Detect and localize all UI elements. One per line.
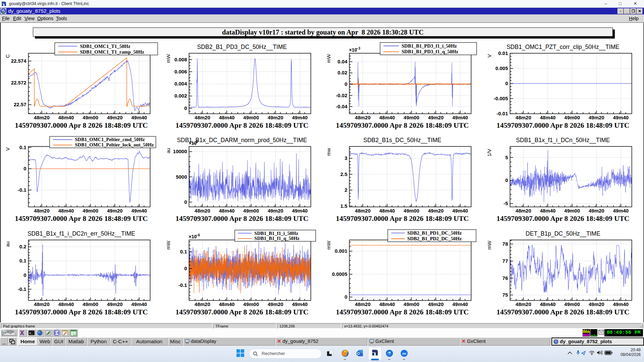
svg-text:48m40: 48m40 xyxy=(540,208,555,214)
svg-text:48m40: 48m40 xyxy=(58,114,74,120)
svg-text:49m40: 49m40 xyxy=(131,301,147,307)
svg-text:SDB1_B1_PD3_f1_q_50Hz: SDB1_B1_PD3_f1_q_50Hz xyxy=(401,49,458,54)
svg-text:0.002: 0.002 xyxy=(174,93,187,99)
svg-text:SDB1_B1x_f1_i_DCn_50Hz__TIME: SDB1_B1x_f1_i_DCn_50Hz__TIME xyxy=(516,137,610,144)
svg-text:49m40: 49m40 xyxy=(452,208,468,214)
svg-text:0.01: 0.01 xyxy=(498,50,508,56)
svg-text:SDB1_OMC1_Peltier_lock_out_50H: SDB1_OMC1_Peltier_lock_out_50Hz xyxy=(75,142,154,148)
svg-text:49m20: 49m20 xyxy=(107,114,123,120)
svg-text:48m20: 48m20 xyxy=(195,301,210,307)
svg-text:WM: WM xyxy=(6,329,13,334)
svg-text:48m40: 48m40 xyxy=(379,301,395,307)
svg-text:1459709307.0000 Apr 8 2026 18:: 1459709307.0000 Apr 8 2026 18:48:09 UTC xyxy=(15,215,148,223)
svg-text:−3: −3 xyxy=(357,47,361,50)
svg-text:48m40: 48m40 xyxy=(219,114,234,120)
svg-text:49m40: 49m40 xyxy=(613,301,629,307)
svg-text:mW: mW xyxy=(486,241,492,250)
svg-text:48m20: 48m20 xyxy=(34,114,50,120)
svg-text:-0.02: -0.02 xyxy=(336,92,347,98)
svg-text:zm: zm xyxy=(402,352,406,355)
svg-text:48m20: 48m20 xyxy=(516,208,531,214)
svg-text:1.5: 1.5 xyxy=(340,203,347,209)
svg-text:49m00: 49m00 xyxy=(404,114,419,120)
svg-text:49m40: 49m40 xyxy=(452,114,468,120)
svg-text:SDB1_B1_PD3_f1_i_50Hz: SDB1_B1_PD3_f1_i_50Hz xyxy=(401,43,457,48)
svg-text:Ice: Ice xyxy=(1,330,6,335)
svg-text:mW: mW xyxy=(326,241,331,250)
svg-text:1459709307.0000 Apr 8 2026 18:: 1459709307.0000 Apr 8 2026 18:48:09 UTC xyxy=(15,308,148,316)
svg-text:1459709307.0000 Apr 8 2026 18:: 1459709307.0000 Apr 8 2026 18:48:09 UTC xyxy=(496,308,629,316)
svg-text:SDB1_B1x_f1_i_DC2n_err_50Hz__T: SDB1_B1x_f1_i_DC2n_err_50Hz__TIME xyxy=(28,230,135,237)
svg-text:0.008: 0.008 xyxy=(174,56,187,62)
svg-text:-0.1: -0.1 xyxy=(18,286,26,292)
svg-text:-5: -5 xyxy=(503,201,508,206)
svg-text:SDB1_OMC1_T1_50Hz: SDB1_OMC1_T1_50Hz xyxy=(80,43,130,49)
svg-text:0.004: 0.004 xyxy=(174,81,187,86)
svg-text:49m00: 49m00 xyxy=(404,208,419,214)
svg-text:48m40: 48m40 xyxy=(219,208,234,214)
svg-text:49m20: 49m20 xyxy=(588,114,604,120)
svg-text:49m00: 49m00 xyxy=(404,301,419,307)
svg-text:48m20: 48m20 xyxy=(516,114,531,120)
svg-text:48m20: 48m20 xyxy=(34,208,50,214)
svg-text:10000: 10000 xyxy=(173,149,187,155)
svg-text:48m20: 48m20 xyxy=(195,114,210,120)
svg-text:mw: mw xyxy=(326,148,331,156)
svg-text:49m20: 49m20 xyxy=(267,114,283,120)
svg-text:48m20: 48m20 xyxy=(355,208,371,214)
svg-text:mW: mW xyxy=(326,54,331,63)
svg-text:5: 5 xyxy=(505,155,508,160)
svg-text:3: 3 xyxy=(344,156,347,161)
svg-text:48m20: 48m20 xyxy=(355,301,371,307)
svg-text:49m40: 49m40 xyxy=(452,301,468,307)
svg-text:SDB2_B1_PD3_DC_50Hz__TIME: SDB2_B1_PD3_DC_50Hz__TIME xyxy=(197,43,287,50)
svg-text:0.1: 0.1 xyxy=(180,249,187,254)
svg-text:49m40: 49m40 xyxy=(292,208,308,214)
svg-text:SDB1_OMC1_T1_ramp_50Hz: SDB1_OMC1_T1_ramp_50Hz xyxy=(80,49,144,54)
svg-text:1459709307.0000 Apr 8 2026 18:: 1459709307.0000 Apr 8 2026 18:48:09 UTC xyxy=(336,215,469,223)
svg-text:48m20: 48m20 xyxy=(195,208,210,214)
svg-text:48m20: 48m20 xyxy=(516,301,531,307)
svg-text:49m00: 49m00 xyxy=(83,301,98,307)
svg-text:2: 2 xyxy=(344,187,347,193)
svg-text:75: 75 xyxy=(502,292,508,298)
svg-text:>_: >_ xyxy=(29,331,33,335)
svg-text:22.574: 22.574 xyxy=(11,58,27,64)
svg-text:49m20: 49m20 xyxy=(588,208,604,214)
svg-text:V: V xyxy=(5,147,10,151)
svg-text:48m40: 48m40 xyxy=(379,208,395,214)
svg-text:-0.04: -0.04 xyxy=(336,104,347,109)
svg-text:49m00: 49m00 xyxy=(243,301,259,307)
svg-text:V: V xyxy=(486,54,492,57)
svg-text:49m00: 49m00 xyxy=(83,114,98,120)
svg-text:SDB2_B1_PD2_DC_50Hz: SDB2_B1_PD2_DC_50Hz xyxy=(407,236,462,241)
svg-text:0: 0 xyxy=(184,265,187,271)
svg-text:48m40: 48m40 xyxy=(219,301,234,307)
svg-text:49m40: 49m40 xyxy=(613,114,629,120)
svg-text:0: 0 xyxy=(184,199,187,205)
svg-text:mW: mW xyxy=(165,241,171,250)
svg-text:0.1: 0.1 xyxy=(19,144,26,150)
svg-text:0.001: 0.001 xyxy=(335,248,347,254)
svg-text:C: C xyxy=(5,54,10,58)
svg-text:49m40: 49m40 xyxy=(131,114,147,120)
svg-text:49m20: 49m20 xyxy=(107,301,123,307)
svg-text:49m00: 49m00 xyxy=(564,301,580,307)
svg-text:48m40: 48m40 xyxy=(540,114,555,120)
svg-text:au: au xyxy=(5,241,10,247)
svg-text:1459709307.0000 Apr 8 2026 18:: 1459709307.0000 Apr 8 2026 18:48:09 UTC xyxy=(175,308,308,316)
svg-text:SDB1_B1x_DC_DARM_norm_prod_50H: SDB1_B1x_DC_DARM_norm_prod_50Hz__TIME xyxy=(177,137,307,144)
svg-text:0: 0 xyxy=(23,166,26,172)
svg-text:0: 0 xyxy=(344,81,347,87)
svg-text:0: 0 xyxy=(505,80,508,86)
svg-text:0: 0 xyxy=(344,294,347,300)
svg-text:-0.1: -0.1 xyxy=(18,187,26,193)
svg-text:48m40: 48m40 xyxy=(58,208,74,214)
svg-text:1/V: 1/V xyxy=(486,149,492,157)
svg-text:49m40: 49m40 xyxy=(292,301,308,307)
svg-text:48m40: 48m40 xyxy=(540,301,555,307)
svg-text:2.5: 2.5 xyxy=(340,171,347,177)
svg-text:SDB2_B1s_DC_50Hz__TIME: SDB2_B1s_DC_50Hz__TIME xyxy=(363,137,441,144)
svg-text:X: X xyxy=(20,330,24,336)
svg-text:0.0005: 0.0005 xyxy=(332,271,347,277)
